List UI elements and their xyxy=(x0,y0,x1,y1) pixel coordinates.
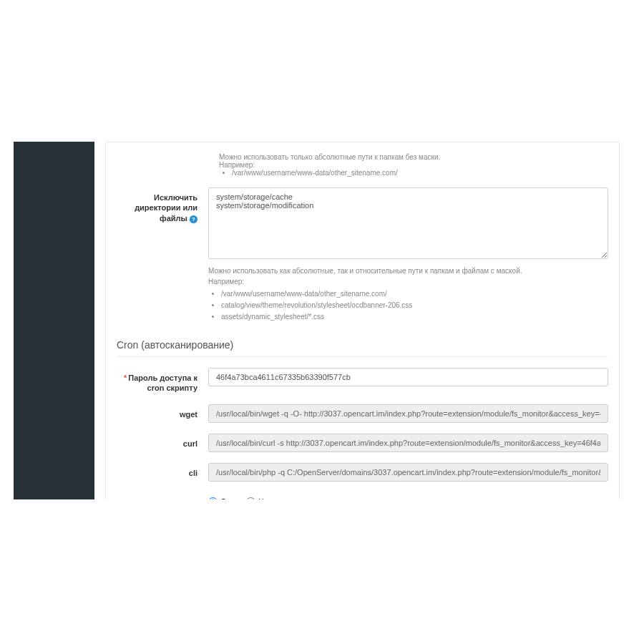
cli-col xyxy=(208,463,608,482)
exclude-textarea[interactable]: system/storage/cache system/storage/modi… xyxy=(208,187,608,259)
exclude-help-list: /var/www/username/www-data/other_sitenam… xyxy=(221,288,608,322)
exclude-field-col: system/storage/cache system/storage/modi… xyxy=(208,187,608,323)
wget-group: wget xyxy=(117,404,608,423)
outer-frame: Можно использовать только абсолютные пут… xyxy=(0,0,644,644)
include-help-remnant: Можно использовать только абсолютные пут… xyxy=(117,153,608,177)
exclude-help-intro: Можно использовать как абсолютные, так и… xyxy=(208,265,608,276)
help-text-cut: Можно использовать только абсолютные пут… xyxy=(219,153,608,161)
required-marker: * xyxy=(124,374,127,382)
cron-password-label: *Пароль доступа к cron скрипту xyxy=(117,368,208,394)
cli-input[interactable] xyxy=(208,463,608,482)
cli-label: cli xyxy=(117,463,208,482)
exclude-help-item: catalog/view/theme/revolution/stylesheet… xyxy=(221,300,608,311)
exclude-help-example-label: Например: xyxy=(208,276,608,287)
settings-panel: Можно использовать только абсолютные пут… xyxy=(105,142,620,499)
curl-group: curl xyxy=(117,434,608,452)
help-example-item: /var/www/username/www-data/other_sitenam… xyxy=(232,169,608,177)
cron-legend: Cron (автосканирование) xyxy=(117,333,608,357)
help-example-label: Например: xyxy=(219,161,608,169)
radio-label-no: Нет xyxy=(258,497,272,499)
cron-password-group: *Пароль доступа к cron скрипту xyxy=(117,368,608,394)
help-example-list: /var/www/username/www-data/other_sitenam… xyxy=(232,169,608,177)
exclude-help-item: assets/dynamic_stylesheet/*.css xyxy=(221,311,608,322)
curl-input[interactable] xyxy=(208,434,608,452)
cron-password-label-text: Пароль доступа к cron скрипту xyxy=(128,374,197,392)
exclude-label: Исключить директории или файлы ? xyxy=(117,187,208,323)
cron-password-col xyxy=(208,368,608,394)
admin-window[interactable]: Можно использовать только абсолютные пут… xyxy=(14,142,630,499)
save-scan-label: Сохранять сканирования cron ? xyxy=(117,492,208,499)
wget-label: wget xyxy=(117,404,208,423)
curl-col xyxy=(208,434,608,452)
radio-label-yes: Да xyxy=(220,497,230,499)
curl-label: curl xyxy=(117,434,208,452)
exclude-field-group: Исключить директории или файлы ? system/… xyxy=(117,187,608,323)
wget-input[interactable] xyxy=(208,404,608,423)
save-scan-col: Да Нет xyxy=(208,492,608,499)
save-scan-label-text: Сохранять сканирования cron xyxy=(123,498,197,499)
exclude-help: Можно использовать как абсолютные, так и… xyxy=(208,265,608,322)
save-scan-group: Сохранять сканирования cron ? Да Нет xyxy=(117,492,608,499)
help-icon[interactable]: ? xyxy=(190,215,197,223)
admin-sidebar xyxy=(14,142,94,499)
content-area: Можно использовать только абсолютные пут… xyxy=(94,142,630,499)
exclude-help-item: /var/www/username/www-data/other_sitenam… xyxy=(221,288,608,299)
wget-col xyxy=(208,404,608,423)
save-scan-no[interactable]: Нет xyxy=(246,497,272,499)
exclude-label-text: Исключить директории или файлы xyxy=(135,193,197,223)
save-scan-no-radio[interactable] xyxy=(246,497,255,499)
save-scan-yes[interactable]: Да xyxy=(208,497,230,499)
cron-password-input[interactable] xyxy=(208,368,608,386)
save-scan-yes-radio[interactable] xyxy=(208,497,218,499)
panel-body: Можно использовать только абсолютные пут… xyxy=(106,142,619,499)
cli-group: cli xyxy=(117,463,608,482)
